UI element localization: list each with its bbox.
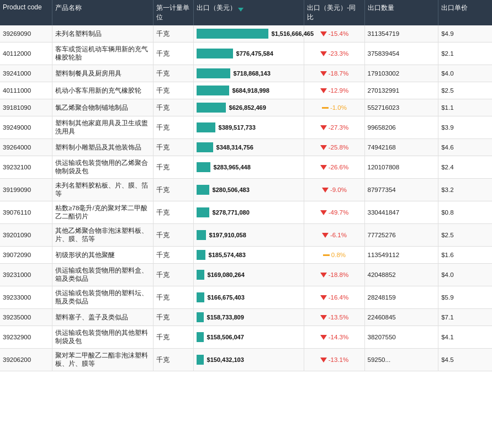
- cell-export-usd: $280,506,483: [193, 179, 304, 201]
- yoy-value: -9.0%: [330, 186, 347, 193]
- cell-product-name: 供运输或包装货物用的其他塑料制袋及包: [52, 326, 153, 349]
- table-row: 39264000塑料制小雕塑品及其他装饰品千克 $348,314,756 -25…: [0, 139, 492, 156]
- cell-product-name: 供运输或包装货物用的塑料坛、瓶及类似品: [52, 286, 153, 309]
- cell-export-qty: 120107808: [364, 156, 438, 179]
- cell-export-usd: $158,733,809: [193, 309, 304, 326]
- cell-product-name: 供运输或包装货物用的塑料盒、箱及类似品: [52, 264, 153, 286]
- cell-product-name: 塑料塞子、盖子及类似品: [52, 309, 153, 326]
- header-product-name: 产品名称: [52, 0, 153, 25]
- cell-product-code: 39076110: [0, 201, 52, 224]
- cell-product-code: 39233000: [0, 286, 52, 309]
- down-arrow-icon: [320, 165, 327, 170]
- cell-unit-price: $4.0: [438, 264, 492, 286]
- cell-unit-price: $0.8: [438, 201, 492, 224]
- cell-unit: 千克: [153, 25, 193, 42]
- table-row: 39235000塑料塞子、盖子及类似品千克 $158,733,809 -13.5…: [0, 309, 492, 326]
- cell-export-qty: 28248159: [364, 286, 438, 309]
- export-usd-value: $150,432,103: [207, 356, 244, 363]
- cell-unit: 千克: [153, 99, 193, 116]
- export-usd-value: $684,918,998: [232, 87, 269, 94]
- cell-export-yoy: -13.5%: [304, 309, 364, 326]
- cell-product-name: 氯乙烯聚合物制铺地制品: [52, 99, 153, 116]
- cell-export-qty: 22460845: [364, 309, 438, 326]
- header-export-qty: 出口数量: [364, 0, 438, 25]
- table-row: 39231000供运输或包装货物用的塑料盒、箱及类似品千克 $169,080,2…: [0, 264, 492, 286]
- down-arrow-icon: [320, 51, 327, 56]
- cell-unit: 千克: [153, 65, 193, 82]
- cell-product-name: 供运输或包装货物用的乙烯聚合物制袋及包: [52, 156, 153, 179]
- cell-export-yoy: -1.0%: [304, 99, 364, 116]
- export-usd-value: $283,965,448: [214, 164, 251, 170]
- cell-export-usd: $348,314,756: [193, 139, 304, 156]
- sort-arrow-icon: [238, 8, 244, 12]
- cell-unit: 千克: [153, 42, 193, 65]
- cell-unit: 千克: [153, 224, 193, 247]
- cell-product-code: 39201090: [0, 224, 52, 247]
- export-usd-value: $718,868,143: [234, 70, 271, 77]
- cell-product-name: 塑料制小雕塑品及其他装饰品: [52, 139, 153, 156]
- cell-export-yoy: -23.3%: [304, 42, 364, 65]
- header-export-usd[interactable]: 出口（美元）: [193, 0, 304, 25]
- table-row: 39181090氯乙烯聚合物制铺地制品千克 $626,852,469 -1.0%…: [0, 99, 492, 116]
- cell-unit-price: $4.0: [438, 65, 492, 82]
- cell-export-yoy: -26.6%: [304, 156, 364, 179]
- cell-export-qty: 87977354: [364, 179, 438, 201]
- cell-product-code: 40112000: [0, 42, 52, 65]
- cell-export-yoy: -49.7%: [304, 201, 364, 224]
- cell-unit-price: $1.1: [438, 99, 492, 116]
- table-row: 39233000供运输或包装货物用的塑料坛、瓶及类似品千克 $166,675,4…: [0, 286, 492, 309]
- cell-product-name: 客车或货运机动车辆用新的充气橡胶轮胎: [52, 42, 153, 65]
- cell-export-usd: $718,868,143: [193, 65, 304, 82]
- down-arrow-icon: [320, 210, 327, 215]
- yoy-value: -18.7%: [329, 70, 348, 77]
- cell-unit-price: $2.1: [438, 42, 492, 65]
- cell-export-qty: 552716023: [364, 99, 438, 116]
- export-usd-value: $278,771,080: [213, 209, 250, 216]
- yoy-value: -13.1%: [329, 356, 348, 363]
- yoy-value: -6.1%: [330, 232, 347, 238]
- export-usd-value: $197,910,058: [209, 232, 246, 238]
- down-arrow-icon: [320, 315, 327, 320]
- cell-export-qty: 77725276: [364, 224, 438, 247]
- cell-export-usd: $166,675,403: [193, 286, 304, 309]
- cell-product-code: 40111000: [0, 82, 52, 99]
- table-row: 39241000塑料制餐具及厨房用具千克 $718,868,143 -18.7%…: [0, 65, 492, 82]
- yoy-value: -1.0%: [330, 104, 347, 111]
- cell-unit: 千克: [153, 349, 193, 371]
- cell-export-usd: $684,918,998: [193, 82, 304, 99]
- cell-export-qty: 74942168: [364, 139, 438, 156]
- cell-product-name: 机动小客车用新的充气橡胶轮: [52, 82, 153, 99]
- cell-product-code: 39231000: [0, 264, 52, 286]
- yoy-value: -15.4%: [329, 30, 348, 37]
- down-arrow-icon: [320, 295, 327, 300]
- cell-product-name: 初级形状的其他聚醚: [52, 247, 153, 264]
- cell-unit: 千克: [153, 309, 193, 326]
- cell-export-yoy: -6.1%: [304, 224, 364, 247]
- cell-unit-price: $4.5: [438, 349, 492, 371]
- cell-unit: 千克: [153, 286, 193, 309]
- cell-product-code: 39199090: [0, 179, 52, 201]
- down-arrow-icon: [320, 273, 327, 278]
- cell-export-yoy: -25.8%: [304, 139, 364, 156]
- cell-export-usd: $776,475,584: [193, 42, 304, 65]
- cell-product-code: 39264000: [0, 139, 52, 156]
- yoy-value: -18.8%: [329, 271, 348, 278]
- cell-export-usd: $283,965,448: [193, 156, 304, 179]
- export-usd-value: $169,080,264: [208, 271, 245, 278]
- cell-unit: 千克: [153, 201, 193, 224]
- cell-product-code: 39072090: [0, 247, 52, 264]
- cell-product-code: 39269090: [0, 25, 52, 42]
- cell-export-qty: 42048852: [364, 264, 438, 286]
- header-product-code: Product code: [0, 0, 52, 25]
- table-row: 39249000塑料制其他家庭用具及卫生或盥洗用具千克 $389,517,733…: [0, 116, 492, 139]
- cell-unit-price: $2.5: [438, 82, 492, 99]
- cell-product-code: 39181090: [0, 99, 52, 116]
- cell-export-qty: 59250...: [364, 349, 438, 371]
- export-usd-value: $280,506,483: [213, 186, 250, 193]
- yoy-value: -25.8%: [329, 144, 348, 151]
- export-usd-value: $158,733,809: [207, 314, 244, 321]
- cell-export-usd: $158,506,047: [193, 326, 304, 349]
- down-arrow-icon: [322, 233, 329, 238]
- export-usd-value: $158,506,047: [207, 334, 244, 340]
- table-row: 39232900供运输或包装货物用的其他塑料制袋及包千克 $158,506,04…: [0, 326, 492, 349]
